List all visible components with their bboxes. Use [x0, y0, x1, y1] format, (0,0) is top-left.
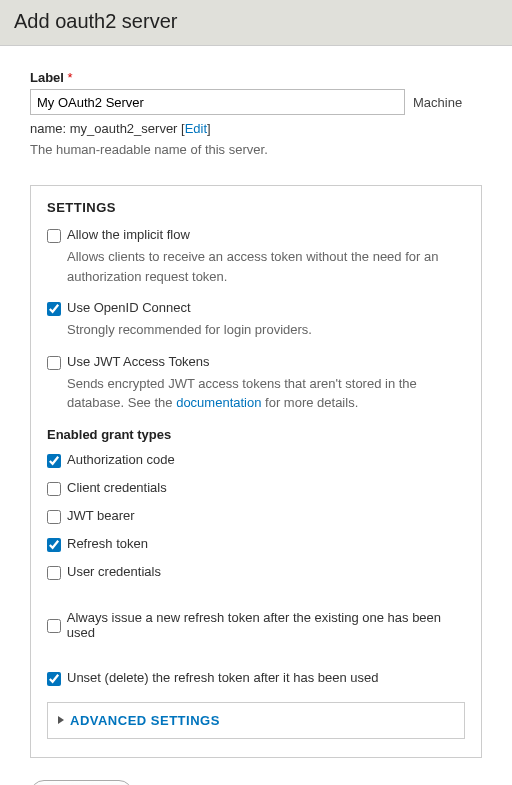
openid-desc: Strongly recommended for login providers…: [67, 320, 465, 340]
grant-refresh-row: Refresh token: [47, 536, 465, 552]
label-field-row: Label * Machine name: my_oauth2_server […: [30, 70, 482, 157]
grant-jwt-bearer-label[interactable]: JWT bearer: [67, 508, 135, 523]
openid-label[interactable]: Use OpenID Connect: [67, 300, 191, 315]
machine-name-value: my_oauth2_server: [70, 121, 178, 136]
always-new-refresh-label[interactable]: Always issue a new refresh token after t…: [67, 610, 465, 640]
unset-refresh-label[interactable]: Unset (delete) the refresh token after i…: [67, 670, 378, 685]
edit-link[interactable]: Edit: [185, 121, 207, 136]
openid-checkbox[interactable]: [47, 302, 61, 316]
jwt-desc: Sends encrypted JWT access tokens that a…: [67, 374, 465, 413]
grant-types-heading: Enabled grant types: [47, 427, 465, 442]
documentation-link[interactable]: documentation: [176, 395, 261, 410]
grant-jwt-bearer-row: JWT bearer: [47, 508, 465, 524]
unset-refresh-row: Unset (delete) the refresh token after i…: [47, 670, 465, 686]
grant-refresh-checkbox[interactable]: [47, 538, 61, 552]
advanced-settings-toggle[interactable]: ADVANCED SETTINGS: [47, 702, 465, 739]
grant-jwt-bearer-checkbox[interactable]: [47, 510, 61, 524]
jwt-label[interactable]: Use JWT Access Tokens: [67, 354, 210, 369]
settings-fieldset: SETTINGS Allow the implicit flow Allows …: [30, 185, 482, 758]
grant-refresh-label[interactable]: Refresh token: [67, 536, 148, 551]
grant-client-creds-checkbox[interactable]: [47, 482, 61, 496]
grant-auth-code-checkbox[interactable]: [47, 454, 61, 468]
implicit-flow-desc: Allows clients to receive an access toke…: [67, 247, 465, 286]
spacer: [47, 592, 465, 610]
label-help-text: The human-readable name of this server.: [30, 142, 482, 157]
grant-auth-code-row: Authorization code: [47, 452, 465, 468]
jwt-row: Use JWT Access Tokens: [47, 354, 465, 370]
machine-word: Machine: [413, 95, 462, 110]
jwt-checkbox[interactable]: [47, 356, 61, 370]
page-header: Add oauth2 server: [0, 0, 512, 46]
save-button[interactable]: Save server: [30, 780, 133, 786]
openid-row: Use OpenID Connect: [47, 300, 465, 316]
grant-auth-code-label[interactable]: Authorization code: [67, 452, 175, 467]
implicit-flow-label[interactable]: Allow the implicit flow: [67, 227, 190, 242]
grant-user-creds-checkbox[interactable]: [47, 566, 61, 580]
always-new-refresh-checkbox[interactable]: [47, 619, 61, 633]
bracket-close: ]: [207, 121, 211, 136]
unset-refresh-checkbox[interactable]: [47, 672, 61, 686]
always-new-refresh-row: Always issue a new refresh token after t…: [47, 610, 465, 640]
settings-heading: SETTINGS: [47, 200, 465, 215]
implicit-flow-checkbox[interactable]: [47, 229, 61, 243]
implicit-flow-row: Allow the implicit flow: [47, 227, 465, 243]
grant-client-creds-label[interactable]: Client credentials: [67, 480, 167, 495]
jwt-desc-suffix: for more details.: [261, 395, 358, 410]
required-marker: *: [68, 70, 73, 85]
label-field-label: Label: [30, 70, 64, 85]
spacer: [47, 652, 465, 670]
form-content: Label * Machine name: my_oauth2_server […: [0, 46, 512, 785]
machine-name-line: name: my_oauth2_server [Edit]: [30, 121, 482, 136]
grant-client-creds-row: Client credentials: [47, 480, 465, 496]
label-input-line: Machine: [30, 89, 482, 115]
grant-user-creds-row: User credentials: [47, 564, 465, 580]
triangle-right-icon: [58, 716, 64, 724]
name-prefix: name:: [30, 121, 66, 136]
advanced-settings-heading: ADVANCED SETTINGS: [70, 713, 220, 728]
label-input[interactable]: [30, 89, 405, 115]
page-title: Add oauth2 server: [14, 10, 498, 33]
grant-user-creds-label[interactable]: User credentials: [67, 564, 161, 579]
